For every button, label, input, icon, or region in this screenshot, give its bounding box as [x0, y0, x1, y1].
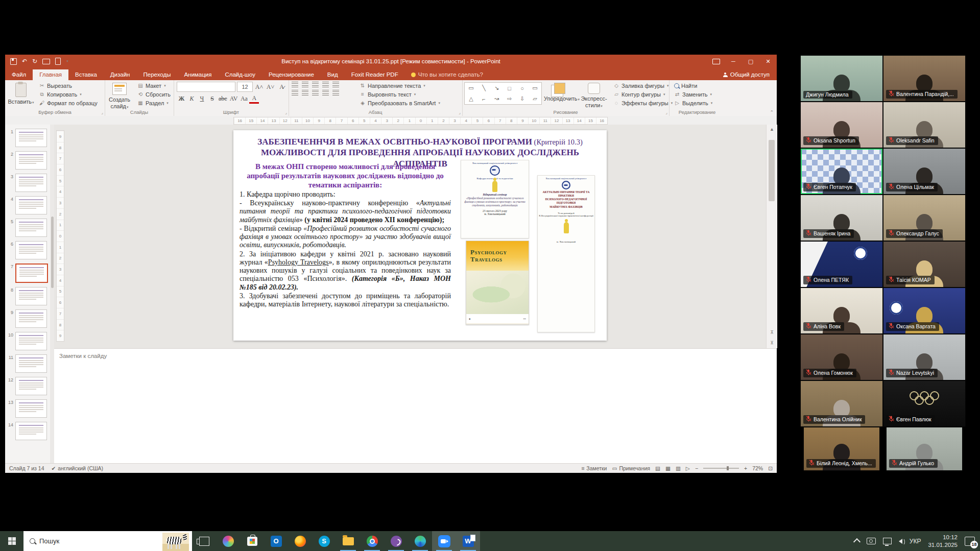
slide-thumbnail-13[interactable]: 13 — [8, 399, 52, 418]
slide-thumbnail-11[interactable]: 11 — [8, 354, 52, 373]
new-document-icon[interactable] — [55, 58, 61, 65]
find-button[interactable]: Найти — [672, 82, 714, 89]
normal-view-icon[interactable]: ▤ — [655, 465, 660, 471]
tab-рецензирование[interactable]: Рецензирование — [262, 69, 321, 80]
chrome-taskbar-button[interactable] — [360, 531, 384, 551]
language-indicator[interactable]: ✔ английский (США) — [52, 465, 104, 471]
thumbnails-scrollbar[interactable] — [50, 125, 54, 463]
show-hidden-icons-chevron[interactable] — [853, 538, 861, 545]
firefox-taskbar-button[interactable] — [288, 531, 312, 551]
font-dialog-launcher[interactable]: ⌟ — [285, 110, 287, 115]
share-button[interactable]: Общий доступ — [716, 71, 777, 80]
align-center-icon[interactable] — [302, 90, 308, 95]
slide-thumbnail-8[interactable]: 8 — [8, 287, 52, 305]
comments-toggle[interactable]: ▭Примечания — [612, 465, 651, 471]
file-explorer-taskbar-button[interactable] — [336, 531, 360, 551]
tab-дизайн[interactable]: Дизайн — [104, 69, 137, 80]
participant-tile[interactable]: Андрій Гулько — [886, 427, 963, 471]
camera-tray-icon[interactable] — [867, 538, 876, 544]
columns-icon[interactable] — [332, 90, 339, 95]
taskbar-search-input[interactable]: Пошук — [23, 531, 192, 551]
shape-effects-button[interactable]: ◌Эффекты фигуры▾ — [611, 99, 675, 107]
slide-thumbnail-10[interactable]: 10 — [8, 332, 52, 350]
presentation-display-icon[interactable] — [707, 55, 725, 68]
participant-tile[interactable]: Олена Гомонюк — [800, 334, 883, 380]
participant-tile[interactable]: Oleksandr Safin — [883, 102, 966, 148]
text-direction-button[interactable]: ⇅Направление текста▾ — [357, 82, 442, 89]
redo-icon[interactable]: ↻ — [32, 58, 37, 65]
task-view-button[interactable] — [192, 531, 216, 551]
underline-button[interactable]: Ч — [197, 95, 207, 103]
slide-thumbnail-14[interactable]: 14 — [8, 422, 52, 440]
slide-thumbnail-9[interactable]: 9 — [8, 309, 52, 328]
slide-thumbnail-3[interactable]: 3 — [8, 174, 52, 192]
viber-taskbar-button[interactable] — [384, 531, 408, 551]
customize-quick-access-icon[interactable]: ▾ — [66, 59, 68, 63]
participant-tile[interactable]: Євген Павлюк — [883, 380, 966, 427]
fit-to-window-icon[interactable]: ⊡ — [768, 465, 773, 471]
start-slideshow-icon[interactable] — [42, 59, 50, 64]
line-spacing-icon[interactable] — [332, 82, 339, 87]
zoom-level[interactable]: 72% — [752, 465, 763, 471]
reset-button[interactable]: ⟲Сбросить — [135, 90, 173, 98]
text-shadow-button[interactable]: abc — [218, 95, 228, 103]
zoom-taskbar-button[interactable] — [432, 531, 456, 551]
slide-thumbnail-4[interactable]: 4 — [8, 196, 52, 214]
minimize-button[interactable]: ─ — [725, 55, 742, 68]
convert-smartart-button[interactable]: ◈Преобразовать в SmartArt▾ — [357, 99, 442, 107]
grow-font-icon[interactable]: A˄ — [254, 83, 264, 91]
replace-button[interactable]: ⇄Заменить▾ — [672, 90, 714, 98]
participant-tile[interactable]: Nazar Levytskyi — [883, 334, 966, 380]
clear-format-icon[interactable]: A̷ — [277, 83, 286, 91]
change-case-button[interactable]: Аа — [239, 95, 249, 103]
network-tray-icon[interactable] — [883, 538, 892, 544]
justify-icon[interactable] — [322, 90, 329, 95]
tab-переходы[interactable]: Переходы — [136, 69, 177, 80]
strikethrough-button[interactable]: S — [207, 95, 217, 103]
italic-button[interactable]: К — [187, 95, 197, 103]
vertical-scrollbar[interactable]: ▲ ⊼ ⊻ — [766, 125, 777, 348]
numbering-icon[interactable] — [302, 82, 308, 87]
participant-tile[interactable]: Оксана Варгата — [883, 288, 966, 334]
font-color-button[interactable]: А — [249, 94, 259, 104]
action-center-icon[interactable]: 18 — [965, 537, 975, 546]
clipboard-dialog-launcher[interactable]: ⌟ — [101, 110, 103, 115]
section-button[interactable]: ▦Раздел▾ — [135, 99, 173, 107]
character-spacing-button[interactable]: AV — [229, 95, 239, 103]
tab-вставка[interactable]: Вставка — [68, 69, 104, 80]
format-painter-button[interactable]: 🖌Формат по образцу — [37, 99, 100, 107]
tab-главная[interactable]: Главная — [33, 69, 68, 80]
notes-toggle[interactable]: ≡Заметки — [581, 465, 607, 471]
zoom-out-icon[interactable]: − — [695, 465, 698, 471]
colorful-swirl-app-taskbar-button[interactable] — [216, 531, 240, 551]
slide-thumbnail-12[interactable]: 12 — [8, 377, 52, 395]
slide-thumbnail-6[interactable]: 6 — [8, 241, 52, 259]
edge-taskbar-button[interactable] — [408, 531, 432, 551]
save-icon[interactable] — [10, 58, 17, 65]
zoom-in-icon[interactable]: + — [744, 465, 747, 471]
participant-tile[interactable]: Джигун Людмила — [800, 55, 883, 102]
shrink-font-icon[interactable]: A˅ — [266, 83, 275, 91]
tell-me-search[interactable]: Что вы хотите сделать? — [405, 71, 489, 80]
new-slide-button[interactable]: Создать слайд▾ — [106, 82, 133, 109]
slide-thumbnail-7[interactable]: 7 — [8, 263, 52, 283]
participant-tile[interactable]: Вашеняк Ірина — [800, 195, 883, 241]
slide-thumbnail-5[interactable]: 5 — [8, 219, 52, 237]
start-button[interactable] — [0, 531, 23, 551]
notes-pane[interactable]: Заметки к слайду — [54, 348, 777, 464]
align-text-button[interactable]: ≡Выровнять текст▾ — [357, 90, 442, 98]
copy-button[interactable]: ⧉Копировать▾ — [37, 90, 100, 98]
increase-indent-icon[interactable] — [322, 82, 329, 87]
participant-tile[interactable]: Білий Леонід, Хмель... — [803, 427, 880, 471]
tab-слайд-шоу[interactable]: Слайд-шоу — [218, 69, 262, 80]
clock[interactable]: 10:12 31.01.2025 — [928, 534, 958, 548]
participant-tile[interactable]: Олена ПЕТЯК — [800, 241, 883, 288]
volume-tray-icon[interactable] — [899, 539, 902, 544]
paragraph-dialog-launcher[interactable]: ⌟ — [459, 110, 461, 115]
word-taskbar-button[interactable]: W — [456, 531, 480, 551]
tab-файл[interactable]: Файл — [5, 69, 33, 80]
tab-вид[interactable]: Вид — [321, 69, 345, 80]
language-indicator[interactable]: УКР — [910, 538, 921, 545]
participant-tile[interactable]: Євген Потапчук — [800, 148, 883, 195]
participant-tile[interactable]: Валентина Парандій,... — [883, 55, 966, 102]
